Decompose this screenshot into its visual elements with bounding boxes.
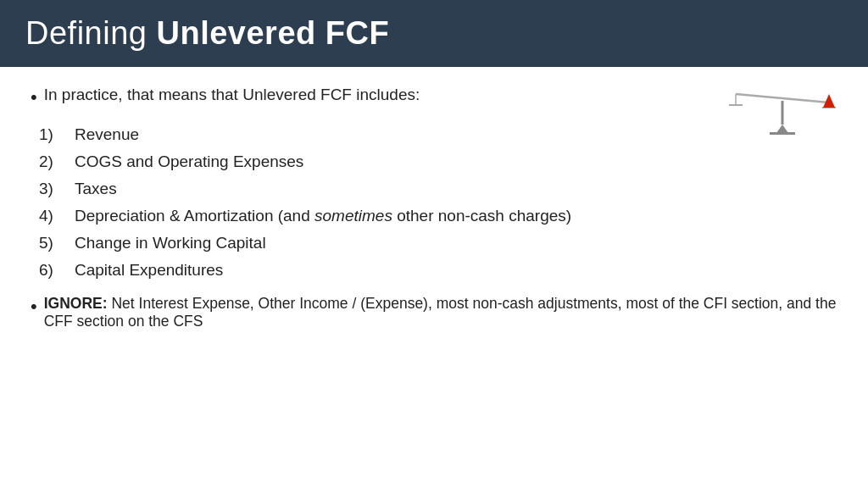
list-text-1: Revenue bbox=[75, 125, 139, 144]
intro-text: In practice, that means that Unlevered F… bbox=[44, 86, 420, 104]
list-item: 5) Change in Working Capital bbox=[39, 234, 837, 252]
slide: Defining Unlevered FCF bbox=[0, 0, 868, 499]
balance-scale-illustration bbox=[727, 75, 837, 135]
title-normal: Defining bbox=[25, 15, 156, 51]
list-item-da: 4) Depreciation & Amortization (and some… bbox=[39, 207, 837, 225]
slide-content: • In practice, that means that Unlevered… bbox=[0, 67, 868, 499]
scale-svg bbox=[727, 75, 837, 135]
list-text-2: COGS and Operating Expenses bbox=[75, 152, 303, 171]
list-num-5: 5) bbox=[39, 234, 75, 252]
ignore-bullet: • IGNORE: Net Interest Expense, Other In… bbox=[31, 295, 837, 330]
list-text-5: Change in Working Capital bbox=[75, 234, 266, 252]
slide-header: Defining Unlevered FCF bbox=[0, 0, 868, 67]
slide-title: Defining Unlevered FCF bbox=[25, 15, 389, 52]
list-item: 3) Taxes bbox=[39, 180, 837, 198]
list-num-3: 3) bbox=[39, 180, 75, 198]
title-bold: Unlevered FCF bbox=[156, 15, 389, 51]
ignore-text: IGNORE: Net Interest Expense, Other Inco… bbox=[44, 295, 837, 330]
intro-bullet: • In practice, that means that Unlevered… bbox=[31, 86, 837, 110]
ignore-label: IGNORE: bbox=[44, 295, 108, 312]
list-num-1: 1) bbox=[39, 125, 75, 144]
list-item: 1) Revenue bbox=[39, 125, 837, 144]
list-num-2: 2) bbox=[39, 152, 75, 171]
red-cone-icon bbox=[823, 94, 835, 108]
base-bar bbox=[770, 132, 795, 135]
intro-bullet-dot: • bbox=[31, 86, 37, 110]
list-text-4: Depreciation & Amortization (and sometim… bbox=[75, 207, 571, 225]
ignore-bullet-dot: • bbox=[31, 295, 37, 319]
list-text-3: Taxes bbox=[75, 180, 117, 198]
list-num-4: 4) bbox=[39, 207, 75, 225]
ignore-detail: Net Interest Expense, Other Income / (Ex… bbox=[44, 295, 837, 330]
fulcrum-icon bbox=[776, 125, 788, 133]
list-item: 2) COGS and Operating Expenses bbox=[39, 152, 837, 171]
pole bbox=[782, 101, 784, 125]
numbered-list: 1) Revenue 2) COGS and Operating Expense… bbox=[39, 125, 837, 280]
list-text-6: Capital Expenditures bbox=[75, 261, 223, 280]
list-num-6: 6) bbox=[39, 261, 75, 280]
list-item: 6) Capital Expenditures bbox=[39, 261, 837, 280]
